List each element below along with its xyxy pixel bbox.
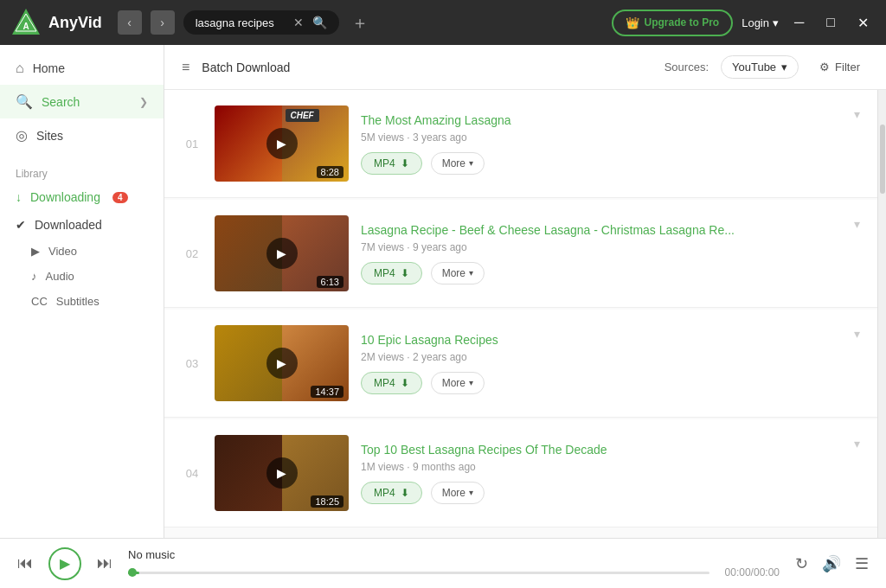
download-icon-2: ⬇ [401,267,409,279]
upgrade-button[interactable]: 👑 Upgrade to Pro [612,10,734,36]
video-actions-1: MP4 ⬇ More ▾ [361,152,838,175]
sidebar-item-home[interactable]: ⌂ Home [0,52,164,85]
scrollbar[interactable] [877,90,886,538]
mp4-button-1[interactable]: MP4 ⬇ [361,152,422,175]
downloaded-label: Downloaded [35,218,102,232]
filter-icon: ⚙ [819,61,830,74]
sub-item-audio[interactable]: ♪ Audio [0,264,164,289]
more-button-3[interactable]: More ▾ [431,372,485,394]
next-button[interactable]: ⏭ [93,551,116,576]
prev-button[interactable]: ⏮ [14,551,36,576]
downloaded-icon: ✔ [16,218,26,232]
more-chevron-icon-1: ▾ [469,158,473,168]
video-meta-4: 1M views · 9 months ago [361,461,838,473]
sidebar-item-sites[interactable]: ◎ Sites [0,118,164,152]
more-button-2[interactable]: More ▾ [431,262,485,284]
video-info-2: Lasagna Recipe - Beef & Cheese Lasagna -… [361,223,838,284]
main-layout: ⌂ Home 🔍 Search ❯ ◎ Sites Library ↓ Down… [0,45,886,538]
tab-close-button[interactable]: ✕ [292,16,305,29]
downloading-label: Downloading [30,190,100,204]
sites-label: Sites [36,129,63,143]
app-name-label: AnyVid [48,14,102,32]
playlist-button[interactable]: ☰ [851,551,872,577]
mp4-label-2: MP4 [374,267,395,279]
progress-bar[interactable] [128,572,709,574]
more-button-1[interactable]: More ▾ [431,152,485,175]
downloading-icon: ↓ [16,190,22,204]
audio-label: Audio [46,270,74,283]
video-num-1: 01 [182,137,202,150]
maximize-button[interactable]: □ [819,11,842,34]
svg-text:A: A [22,22,29,31]
sidebar-item-search[interactable]: 🔍 Search ❯ [0,85,164,118]
expand-icon-3[interactable]: ▾ [854,327,860,341]
subtitles-label: Subtitles [56,295,100,308]
mp4-button-4[interactable]: MP4 ⬇ [361,482,422,504]
expand-icon-4[interactable]: ▾ [854,437,860,451]
app-logo-icon: A [10,7,42,38]
thumbnail-1[interactable]: CHEF ▶ 8:28 [215,105,349,182]
video-num-4: 04 [182,467,202,480]
play-pause-button[interactable]: ▶ [48,547,81,580]
player-bar: ⏮ ▶ ⏭ No music 00:00/00:00 ↻ 🔊 ☰ [0,538,886,588]
volume-button[interactable]: 🔊 [819,551,844,577]
table-row: 03 ▶ 14:37 10 Epic Lasagna Recipes 2M vi… [164,310,877,418]
mp4-button-2[interactable]: MP4 ⬇ [361,262,422,284]
more-label-3: More [442,377,465,389]
batch-download-label: Batch Download [202,61,290,74]
sub-item-video[interactable]: ▶ Video [0,239,164,264]
mp4-button-3[interactable]: MP4 ⬇ [361,372,422,394]
mp4-label-3: MP4 [374,377,395,389]
subtitles-icon: CC [31,295,48,308]
thumbnail-2[interactable]: ▶ 6:13 [215,215,349,291]
play-icon-3: ▶ [266,348,298,379]
lib-item-downloaded[interactable]: ✔ Downloaded [0,211,164,239]
more-button-4[interactable]: More ▾ [431,482,485,504]
sidebar: ⌂ Home 🔍 Search ❯ ◎ Sites Library ↓ Down… [0,45,164,538]
filter-button[interactable]: ⚙ Filter [811,56,869,78]
search-icon: 🔍 [312,16,327,29]
app-logo: A AnyVid [10,7,102,38]
content-wrapper: ≡ Batch Download Sources: YouTube ▾ ⚙ Fi… [164,45,886,538]
filter-label: Filter [835,61,860,74]
download-icon-4: ⬇ [401,487,409,499]
home-label: Home [33,61,65,75]
time-display: 00:00/00:00 [725,566,780,578]
close-button[interactable]: ✕ [851,11,876,35]
lib-item-downloading[interactable]: ↓ Downloading 4 [0,183,164,211]
video-num-3: 03 [182,357,202,370]
search-label: Search [42,95,80,109]
video-title-2: Lasagna Recipe - Beef & Cheese Lasagna -… [361,223,838,237]
player-info: No music 00:00/00:00 [128,548,780,578]
mp4-label-4: MP4 [374,487,395,499]
player-controls-right: ↻ 🔊 ☰ [792,551,872,577]
video-icon: ▶ [31,245,40,258]
login-button[interactable]: Login ▾ [742,16,779,29]
forward-button[interactable]: › [151,10,175,35]
video-meta-3: 2M views · 2 years ago [361,351,838,363]
more-label-1: More [442,157,465,169]
upgrade-label: Upgrade to Pro [645,16,720,29]
video-num-2: 02 [182,247,202,260]
sub-item-subtitles[interactable]: CC Subtitles [0,289,164,314]
add-tab-button[interactable]: ＋ [351,11,369,35]
content: ≡ Batch Download Sources: YouTube ▾ ⚙ Fi… [164,45,886,538]
expand-icon-1[interactable]: ▾ [854,107,860,121]
back-button[interactable]: ‹ [118,10,142,35]
video-actions-2: MP4 ⬇ More ▾ [361,262,838,284]
player-title: No music [128,548,780,561]
minimize-button[interactable]: ─ [787,11,811,34]
table-row: 02 ▶ 6:13 Lasagna Recipe - Beef & Cheese… [164,200,877,308]
play-icon-2: ▶ [266,238,298,269]
title-bar: A AnyVid ‹ › lasagna recipes ✕ 🔍 ＋ 👑 Upg… [0,0,886,45]
scroll-thumb[interactable] [880,125,885,194]
repeat-button[interactable]: ↻ [792,551,812,577]
search-tab[interactable]: lasagna recipes ✕ 🔍 [183,10,339,35]
sources-dropdown[interactable]: YouTube ▾ [721,55,799,79]
thumbnail-4[interactable]: ▶ 18:25 [215,435,349,511]
audio-icon: ♪ [31,270,37,283]
source-value: YouTube [732,61,776,74]
thumbnail-3[interactable]: ▶ 14:37 [215,325,349,401]
tab-query: lasagna recipes [196,16,285,29]
expand-icon-2[interactable]: ▾ [854,217,860,231]
